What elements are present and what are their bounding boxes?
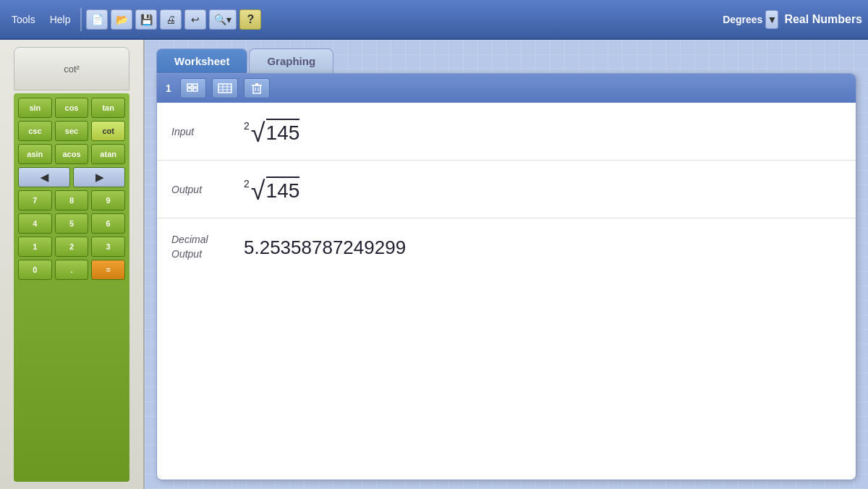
input-radical: 2 √ 145 [244,119,299,145]
decimal-label: Decimal Output [171,233,244,261]
output-label: Output [171,184,244,195]
output-radical-symbol: √ [251,178,265,204]
svg-rect-0 [187,84,192,87]
delete-icon [252,82,262,94]
menu-bar: Tools Help [6,11,76,28]
help-menu[interactable]: Help [44,11,77,28]
calc-btn-1[interactable]: 1 [18,237,52,257]
output-row: Output 2 √ 145 [157,161,856,218]
calc-display: cot² [64,64,80,75]
svg-rect-3 [193,88,197,91]
calc-btn-dot[interactable]: . [55,260,89,280]
panel-toolbar: 1 [157,74,856,103]
calc-btn-5[interactable]: 5 [55,213,89,234]
input-radical-content: 145 [266,119,300,145]
decimal-label-line1: Decimal [171,233,244,247]
input-label: Input [171,126,244,137]
decimal-value: 5.25358787249299 [244,237,841,259]
calc-row-5: 4 5 6 [18,213,125,234]
main-area: cot² sin cos tan csc sec cot asin acos a… [0,40,868,489]
svg-rect-1 [193,84,197,87]
delete-icon-btn[interactable] [244,78,270,98]
open-button[interactable]: 📂 [111,9,132,30]
input-radical-symbol: √ [251,120,265,146]
tabs: Worksheet Graphing [156,48,856,73]
degrees-dropdown[interactable]: ▼ [765,10,778,29]
content-panel: 1 [156,73,856,480]
calc-btn-3[interactable]: 3 [91,237,125,257]
calc-row-4: 7 8 9 [18,190,125,211]
calc-btn-right[interactable]: ▶ [73,167,125,187]
output-radical: 2 √ 145 [244,177,299,203]
calc-btn-sin[interactable]: sin [18,98,52,118]
undo-button[interactable]: ↩ [184,9,206,30]
calc-btn-cot[interactable]: cot [91,121,125,141]
tab-worksheet[interactable]: Worksheet [156,48,247,73]
help-button[interactable]: ? [239,9,261,30]
calc-top: cot² [14,47,129,90]
calc-btn-tan[interactable]: tan [91,98,125,118]
zoom-button[interactable]: 🔍▾ [209,9,237,30]
degrees-selector: Degrees ▼ [723,10,778,29]
calc-btn-atan[interactable]: atan [91,144,125,164]
calc-row-6: 1 2 3 [18,237,125,257]
calc-btn-sec[interactable]: sec [55,121,89,141]
data-rows: Input 2 √ 145 Output [157,103,856,276]
table-icon [218,83,232,93]
calc-btn-cos[interactable]: cos [55,98,89,118]
print-button[interactable]: 🖨 [160,9,182,30]
calc-btn-0[interactable]: 0 [18,260,52,280]
svg-rect-4 [218,84,231,93]
input-row: Input 2 √ 145 [157,103,856,161]
toolbar-icons: 📄 📂 💾 🖨 ↩ 🔍▾ ? [86,9,261,30]
output-radical-content: 145 [266,177,300,203]
calc-btn-8[interactable]: 8 [55,190,89,211]
calc-btn-asin[interactable]: asin [18,144,52,164]
toolbar-right: Degrees ▼ Real Numbers [723,10,862,29]
toolbar-divider-1 [80,8,82,31]
grid-icon [187,83,200,93]
calc-row-1: sin cos tan [18,98,125,118]
input-radical-overline: 145 [266,119,300,145]
calculator-panel: cot² sin cos tan csc sec cot asin acos a… [0,40,145,489]
output-radical-overline: 145 [266,177,300,203]
calc-btn-left[interactable]: ◀ [18,167,70,187]
workspace: Worksheet Graphing 1 [145,40,868,489]
calc-btn-csc[interactable]: csc [18,121,52,141]
calc-btn-4[interactable]: 4 [18,213,52,234]
calc-row-2: csc sec cot [18,121,125,141]
calc-btn-6[interactable]: 6 [91,213,125,234]
new-button[interactable]: 📄 [86,9,108,30]
panel-number: 1 [166,82,171,94]
input-value: 2 √ 145 [244,119,841,145]
degrees-label: Degrees [723,14,762,25]
output-value: 2 √ 145 [244,177,841,203]
toolbar: Tools Help 📄 📂 💾 🖨 ↩ 🔍▾ ? Degrees ▼ Real… [0,0,868,40]
calc-btn-7[interactable]: 7 [18,190,52,211]
table-icon-btn[interactable] [212,78,238,98]
grid-icon-btn[interactable] [180,78,206,98]
decimal-label-line2: Output [171,247,244,262]
svg-rect-9 [253,85,260,93]
output-radical-index: 2 [244,178,250,190]
tab-graphing[interactable]: Graphing [249,48,333,73]
calc-row-7: 0 . = [18,260,125,280]
calc-btn-enter[interactable]: = [91,260,125,280]
save-button[interactable]: 💾 [135,9,157,30]
calc-btn-9[interactable]: 9 [91,190,125,211]
tools-menu[interactable]: Tools [6,11,41,28]
calc-btn-acos[interactable]: acos [55,144,89,164]
svg-rect-2 [187,88,192,91]
calc-row-nav: ◀ ▶ [18,167,125,187]
decimal-row: Decimal Output 5.25358787249299 [157,218,856,276]
real-numbers-label: Real Numbers [784,13,862,26]
calc-row-3: asin acos atan [18,144,125,164]
input-radical-index: 2 [244,120,250,132]
calc-btn-2[interactable]: 2 [55,237,89,257]
calc-body: sin cos tan csc sec cot asin acos atan ◀… [14,93,129,482]
